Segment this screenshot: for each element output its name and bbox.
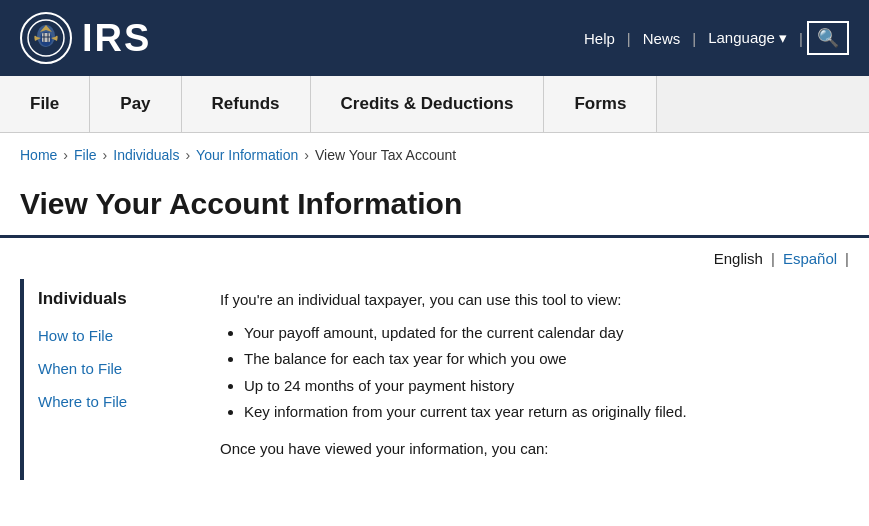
- breadcrumb-your-information[interactable]: Your Information: [196, 147, 298, 163]
- sidebar-title: Individuals: [24, 279, 190, 319]
- nav-divider-1: |: [627, 30, 631, 47]
- content-area: Individuals How to File When to File Whe…: [0, 279, 869, 480]
- breadcrumb: Home › File › Individuals › Your Informa…: [0, 133, 869, 177]
- breadcrumb-individuals[interactable]: Individuals: [113, 147, 179, 163]
- language-divider: |: [771, 250, 775, 267]
- nav-item-pay[interactable]: Pay: [90, 76, 181, 132]
- sidebar-item-where-to-file[interactable]: Where to File: [24, 385, 190, 418]
- language-bar: English | Español |: [0, 238, 869, 279]
- page-title-section: View Your Account Information: [0, 177, 869, 238]
- nav-item-forms[interactable]: Forms: [544, 76, 657, 132]
- after-view-text: Once you have viewed your information, y…: [220, 438, 849, 461]
- english-label: English: [714, 250, 763, 267]
- intro-text: If you're an individual taxpayer, you ca…: [220, 289, 849, 312]
- sidebar: Individuals How to File When to File Whe…: [20, 279, 190, 480]
- breadcrumb-file[interactable]: File: [74, 147, 97, 163]
- page-title: View Your Account Information: [20, 187, 849, 221]
- news-link[interactable]: News: [635, 26, 689, 51]
- site-header: IRS Help | News | Language ▾ | 🔍: [0, 0, 869, 76]
- sidebar-item-how-to-file[interactable]: How to File: [24, 319, 190, 352]
- bullet-4: Key information from your current tax ye…: [244, 401, 849, 424]
- main-content: If you're an individual taxpayer, you ca…: [220, 279, 849, 480]
- irs-eagle-icon: [20, 12, 72, 64]
- nav-divider-2: |: [692, 30, 696, 47]
- spanish-link[interactable]: Español: [783, 250, 837, 267]
- language-divider-2: |: [845, 250, 849, 267]
- search-button[interactable]: 🔍: [807, 21, 849, 55]
- nav-item-credits[interactable]: Credits & Deductions: [311, 76, 545, 132]
- bullet-list: Your payoff amount, updated for the curr…: [244, 322, 849, 424]
- nav-item-refunds[interactable]: Refunds: [182, 76, 311, 132]
- breadcrumb-sep-1: ›: [63, 147, 68, 163]
- sidebar-item-when-to-file[interactable]: When to File: [24, 352, 190, 385]
- bullet-3: Up to 24 months of your payment history: [244, 375, 849, 398]
- breadcrumb-sep-4: ›: [304, 147, 309, 163]
- bullet-2: The balance for each tax year for which …: [244, 348, 849, 371]
- help-link[interactable]: Help: [576, 26, 623, 51]
- nav-divider-3: |: [799, 30, 803, 47]
- bullet-1: Your payoff amount, updated for the curr…: [244, 322, 849, 345]
- breadcrumb-sep-2: ›: [103, 147, 108, 163]
- nav-item-file[interactable]: File: [0, 76, 90, 132]
- irs-logo-text: IRS: [82, 17, 151, 60]
- language-link[interactable]: Language ▾: [700, 25, 795, 51]
- breadcrumb-current: View Your Tax Account: [315, 147, 456, 163]
- breadcrumb-sep-3: ›: [185, 147, 190, 163]
- logo-area: IRS: [20, 12, 151, 64]
- breadcrumb-home[interactable]: Home: [20, 147, 57, 163]
- header-nav: Help | News | Language ▾ | 🔍: [576, 21, 849, 55]
- main-nav: File Pay Refunds Credits & Deductions Fo…: [0, 76, 869, 133]
